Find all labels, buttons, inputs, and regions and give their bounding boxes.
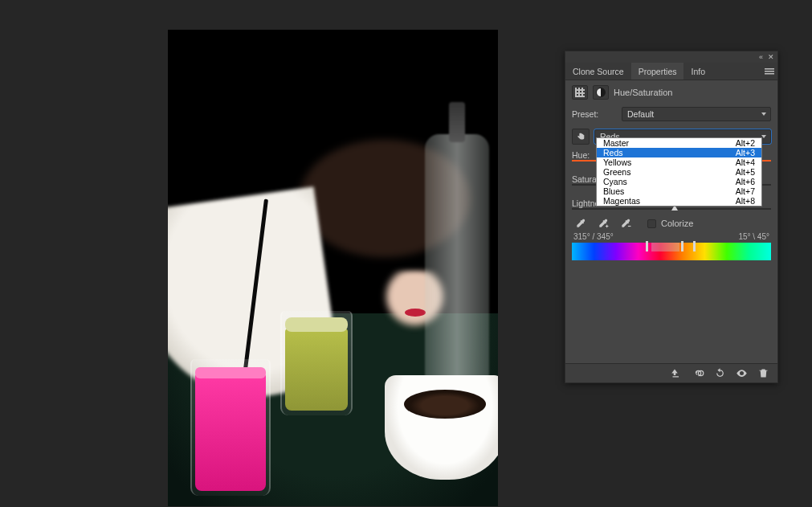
adjustment-title: Hue/Saturation <box>614 88 672 97</box>
eyedropper-row: Colorize <box>565 211 777 232</box>
reset-icon[interactable] <box>714 367 726 379</box>
adjustment-type-icon[interactable] <box>572 85 588 100</box>
tab-label: Properties <box>639 67 677 76</box>
channel-option-cyans[interactable]: Cyans Alt+6 <box>597 177 761 186</box>
option-shortcut: Alt+6 <box>736 177 755 186</box>
option-label: Reds <box>603 148 623 157</box>
option-label: Master <box>603 138 629 148</box>
option-shortcut: Alt+7 <box>736 186 755 196</box>
channel-option-magentas[interactable]: Magentas Alt+8 <box>597 196 761 206</box>
hue-range-strip-top[interactable] <box>572 243 771 251</box>
eyedropper-subtract-icon[interactable] <box>620 218 631 229</box>
layer-mask-icon[interactable] <box>593 85 609 100</box>
panel-titlebar: « ✕ <box>565 51 777 63</box>
channel-option-blues[interactable]: Blues Alt+7 <box>597 186 761 196</box>
option-label: Magentas <box>603 196 640 206</box>
adjustment-header: Hue/Saturation <box>565 80 777 104</box>
tab-info[interactable]: Info <box>683 63 712 80</box>
option-shortcut: Alt+4 <box>736 157 755 167</box>
range-bar[interactable] <box>651 243 679 251</box>
properties-panel: « ✕ Clone Source Properties Info Hue/Sat… <box>565 51 778 383</box>
clip-to-layer-icon[interactable] <box>671 367 683 379</box>
targeted-adjust-tool[interactable] <box>572 129 590 145</box>
option-shortcut: Alt+5 <box>736 167 755 177</box>
eyedropper-icon[interactable] <box>575 218 586 229</box>
colorize-label: Colorize <box>661 219 693 228</box>
channel-option-master[interactable]: Master Alt+2 <box>597 138 761 148</box>
channel-option-yellows[interactable]: Yellows Alt+4 <box>597 157 761 167</box>
visibility-icon[interactable] <box>736 367 748 379</box>
tab-clone-source[interactable]: Clone Source <box>565 63 631 80</box>
option-label: Cyans <box>603 177 627 186</box>
channel-option-reds[interactable]: Reds Alt+3 <box>597 148 761 157</box>
panel-tabs: Clone Source Properties Info <box>565 63 777 80</box>
collapse-icon[interactable]: « <box>759 54 763 61</box>
colorize-checkbox[interactable] <box>647 219 656 228</box>
option-shortcut: Alt+8 <box>736 196 755 206</box>
tab-properties[interactable]: Properties <box>631 63 684 80</box>
panel-footer <box>565 363 777 382</box>
photo-scene <box>168 30 498 506</box>
range-right: 15° \ 45° <box>738 232 769 241</box>
close-icon[interactable]: ✕ <box>768 54 774 61</box>
hue-label: Hue: <box>572 150 590 160</box>
hamburger-icon <box>765 68 774 75</box>
range-left: 315° / 345° <box>573 232 614 241</box>
tab-label: Clone Source <box>573 67 624 76</box>
trash-icon[interactable] <box>757 367 769 379</box>
tab-label: Info <box>691 67 705 76</box>
eyedropper-add-icon[interactable] <box>598 218 609 229</box>
channel-option-greens[interactable]: Greens Alt+5 <box>597 167 761 177</box>
previous-state-icon[interactable] <box>692 367 704 379</box>
svg-rect-0 <box>628 226 631 227</box>
document-canvas[interactable] <box>168 30 498 506</box>
option-label: Greens <box>603 167 630 177</box>
hue-range-readout: 315° / 345° 15° \ 45° <box>565 232 777 241</box>
panel-menu-button[interactable] <box>761 63 777 80</box>
channel-dropdown: Master Alt+2 Reds Alt+3 Yellows Alt+4 Gr… <box>596 137 762 206</box>
option-label: Yellows <box>603 157 631 167</box>
preset-select[interactable]: Default <box>622 107 771 121</box>
preset-value: Default <box>627 109 654 119</box>
hue-range-strip-bottom[interactable] <box>572 251 771 260</box>
preset-row: Preset: Default <box>565 104 777 124</box>
option-shortcut: Alt+2 <box>736 138 755 148</box>
preset-label: Preset: <box>572 109 617 119</box>
colorize-control[interactable]: Colorize <box>647 219 693 228</box>
option-shortcut: Alt+3 <box>736 148 755 157</box>
option-label: Blues <box>603 186 624 196</box>
chevron-down-icon <box>761 112 766 116</box>
